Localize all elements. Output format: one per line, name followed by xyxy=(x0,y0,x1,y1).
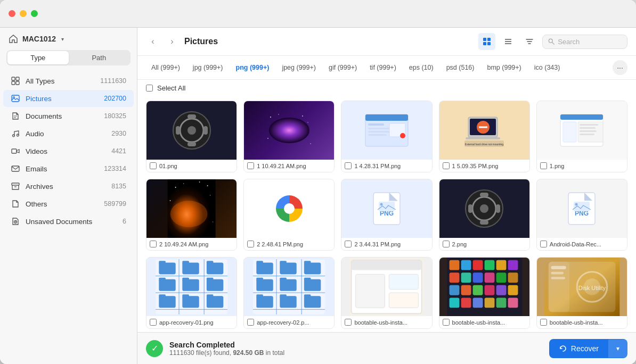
file-card-9[interactable]: PNG Android-Data-Rec... xyxy=(536,179,627,251)
svg-rect-120 xyxy=(280,262,297,274)
device-chevron-icon[interactable]: ▾ xyxy=(61,36,64,42)
sidebar-item-archives-count: 8135 xyxy=(111,183,126,190)
file-card-11[interactable]: app-recovery-02.p... xyxy=(243,257,335,329)
filter-tab-png[interactable]: png (999+) xyxy=(231,62,275,73)
list-view-button[interactable] xyxy=(500,33,517,50)
file-name-row-1: 1 10.49.21 AM.png xyxy=(244,160,334,172)
svg-rect-165 xyxy=(496,297,506,308)
svg-rect-102 xyxy=(182,279,199,291)
file-checkbox-1[interactable] xyxy=(247,162,254,169)
sidebar-item-videos-label: Videos xyxy=(26,147,106,155)
file-checkbox-10[interactable] xyxy=(150,319,157,326)
search-box[interactable] xyxy=(542,35,627,49)
filter-tab-jpeg[interactable]: jpeg (999+) xyxy=(276,62,321,73)
filter-tab-psd[interactable]: psd (516) xyxy=(441,62,480,73)
file-card-10[interactable]: app-recovery-01.png xyxy=(146,257,237,329)
svg-rect-161 xyxy=(449,297,459,308)
filter-tab-jpg[interactable]: jpg (999+) xyxy=(187,62,229,73)
svg-rect-158 xyxy=(484,285,494,295)
svg-rect-17 xyxy=(487,38,491,41)
close-button[interactable] xyxy=(9,10,15,17)
back-button[interactable]: ‹ xyxy=(146,35,160,48)
file-name-row-10: app-recovery-01.png xyxy=(146,316,237,328)
recover-chevron-button[interactable]: ▾ xyxy=(608,340,627,358)
filter-tab-ico[interactable]: ico (343) xyxy=(529,62,566,73)
svg-rect-172 xyxy=(551,277,565,279)
minimize-button[interactable] xyxy=(20,10,27,17)
sidebar-item-pictures[interactable]: Pictures 202700 xyxy=(3,90,134,107)
file-checkbox-3[interactable] xyxy=(443,162,450,169)
file-checkbox-13[interactable] xyxy=(443,319,450,326)
filter-tab-eps[interactable]: eps (10) xyxy=(404,62,439,73)
sidebar-item-audio[interactable]: Audio 2930 xyxy=(3,125,134,142)
svg-rect-157 xyxy=(472,285,483,295)
sidebar-item-videos[interactable]: Videos 4421 xyxy=(3,143,134,160)
file-name-11: app-recovery-02.p... xyxy=(257,319,309,326)
file-checkbox-4[interactable] xyxy=(540,162,547,169)
svg-rect-146 xyxy=(484,260,494,270)
tab-type[interactable]: Type xyxy=(7,51,69,64)
file-card-6[interactable]: 2 2.48.41 PM.png xyxy=(243,179,335,251)
sidebar-item-unsaved-label: Unsaved Documents xyxy=(26,218,117,226)
filter-tab-more-button[interactable]: ··· xyxy=(613,60,627,75)
file-name-0: 01.png xyxy=(159,163,177,169)
file-checkbox-6[interactable] xyxy=(247,241,254,247)
file-checkbox-0[interactable] xyxy=(150,162,157,169)
file-checkbox-11[interactable] xyxy=(247,319,254,326)
svg-rect-138 xyxy=(352,260,422,270)
svg-rect-56 xyxy=(560,114,603,120)
file-name-row-4: 1.png xyxy=(537,160,627,172)
sidebar-item-all-types[interactable]: All Types 1111630 xyxy=(3,72,134,89)
file-checkbox-2[interactable] xyxy=(345,162,352,169)
file-checkbox-9[interactable] xyxy=(540,241,547,247)
file-checkbox-5[interactable] xyxy=(150,241,157,247)
svg-rect-149 xyxy=(449,272,459,283)
recover-button[interactable]: Recover xyxy=(549,339,608,358)
file-checkbox-8[interactable] xyxy=(443,241,450,247)
file-checkbox-12[interactable] xyxy=(345,319,352,326)
svg-point-38 xyxy=(267,138,268,139)
file-card-3[interactable]: External hard drive not mounting 1 5.09.… xyxy=(439,101,530,172)
select-all-label: Select All xyxy=(157,84,185,92)
sidebar-item-archives[interactable]: Archives 8135 xyxy=(3,178,134,195)
svg-rect-1 xyxy=(16,77,19,80)
filter-tab-gif[interactable]: gif (999+) xyxy=(323,62,362,73)
sidebar-item-unsaved[interactable]: Unsaved Documents 6 xyxy=(3,213,134,230)
forward-button[interactable]: › xyxy=(165,35,179,48)
file-card-13[interactable]: bootable-usb-insta... xyxy=(439,257,530,329)
file-card-5[interactable]: 2 10.49.24 AM.png xyxy=(146,179,237,251)
select-all-checkbox[interactable] xyxy=(146,85,153,92)
file-card-1[interactable]: 1 10.49.21 AM.png xyxy=(243,101,335,172)
sidebar-item-emails[interactable]: Emails 123314 xyxy=(3,160,134,177)
file-checkbox-14[interactable] xyxy=(540,319,547,326)
tab-path[interactable]: Path xyxy=(69,51,130,64)
filter-tab-bmp[interactable]: bmp (999+) xyxy=(482,62,526,73)
file-card-14[interactable]: Disk Utility bootable-usb-insta... xyxy=(536,257,627,329)
svg-point-76 xyxy=(380,203,382,206)
filter-button[interactable] xyxy=(521,33,538,50)
file-card-12[interactable]: bootable-usb-insta... xyxy=(341,257,432,329)
sidebar-item-audio-count: 2930 xyxy=(111,130,126,137)
app-window: MAC1012 ▾ Type Path xyxy=(0,0,636,364)
svg-rect-44 xyxy=(368,131,392,133)
file-card-2[interactable]: 1 4.28.31 PM.png xyxy=(341,101,432,172)
file-card-0[interactable]: 01.png xyxy=(146,101,237,172)
sidebar-item-audio-label: Audio xyxy=(26,130,106,138)
file-name-10: app-recovery-01.png xyxy=(159,319,214,326)
filter-tab-all[interactable]: All (999+) xyxy=(146,62,185,73)
file-card-8[interactable]: 2.png xyxy=(439,179,530,251)
svg-rect-140 xyxy=(389,274,419,289)
grid-view-button[interactable] xyxy=(478,33,495,50)
maximize-button[interactable] xyxy=(31,10,38,17)
file-card-4[interactable]: 1.png xyxy=(536,101,627,172)
sidebar-item-documents[interactable]: Documents 180325 xyxy=(3,107,134,125)
file-card-7[interactable]: PNG 2 3.44.31 PM.png xyxy=(341,179,432,251)
sidebar-item-emails-label: Emails xyxy=(26,165,99,173)
filter-tab-tif[interactable]: tif (999+) xyxy=(364,62,402,73)
search-input[interactable] xyxy=(558,38,622,46)
file-checkbox-7[interactable] xyxy=(345,241,352,247)
sidebar-item-videos-count: 4421 xyxy=(111,147,126,155)
svg-point-68 xyxy=(210,195,211,196)
svg-rect-154 xyxy=(508,272,518,283)
sidebar-item-others[interactable]: Others 589799 xyxy=(3,195,134,212)
